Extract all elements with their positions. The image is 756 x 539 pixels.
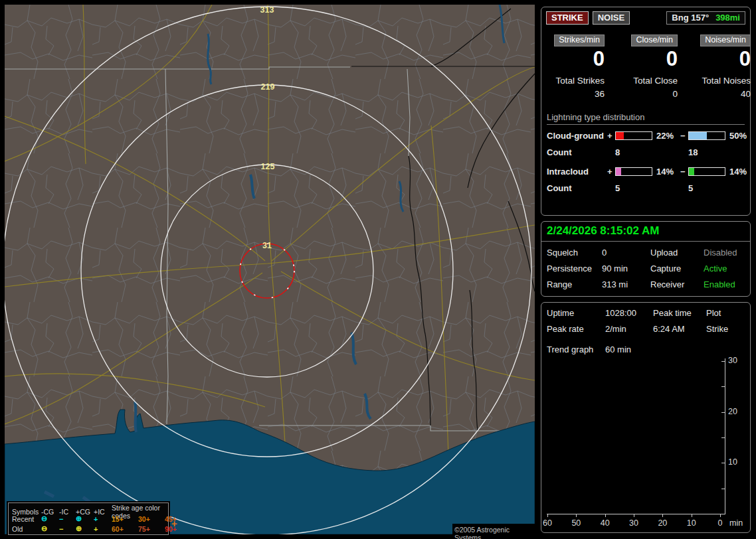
ic-minus-pct: 14% (727, 167, 750, 177)
trend-panel: Uptime 1028:00 Peak time Plot Peak rate … (541, 302, 751, 533)
legend-recent-row: Recent ⊖ − ⊕ + 15+ 30+ 45+ (12, 514, 168, 524)
bearing-distance: 398mi (715, 13, 740, 23)
trend-y-label: 30 (728, 356, 737, 365)
squelch-value: 0 (602, 248, 650, 258)
range-value: 313 mi (602, 279, 650, 289)
cg-plus-count: 8 (615, 147, 654, 157)
trend-y-label: 20 (728, 407, 737, 416)
total-close-label: Total Close (605, 76, 678, 86)
upload-value: Disabled (704, 248, 750, 258)
total-noises-label: Total Noises (678, 76, 751, 86)
cloud-ground-label: Cloud-ground (547, 131, 607, 141)
status-panel: 2/24/2026 8:15:02 AM Squelch 0 Upload Di… (541, 221, 751, 297)
trend-x-label: 40 (595, 518, 615, 528)
bearing-display: Bng 157° 398mi (666, 11, 745, 25)
old-pic-icon: + (94, 525, 112, 533)
recent-ncg-icon: ⊖ (41, 514, 59, 523)
old-nic-icon: − (59, 525, 76, 533)
status-row: Range 313 mi Receiver Enabled (541, 279, 750, 289)
total-strikes-value: 36 (545, 89, 605, 99)
old-ncg-icon: ⊖ (41, 524, 59, 533)
legend-header-row: Symbols -CG -IC +CG +IC Strike age color… (12, 504, 168, 514)
upload-label: Upload (650, 248, 704, 258)
status-row: Squelch 0 Upload Disabled (541, 248, 750, 258)
ic-minus-bar (688, 167, 725, 176)
ic-plus-count: 5 (615, 183, 654, 193)
noise-button[interactable]: NOISE (593, 11, 630, 25)
age-60: 60+ (112, 525, 138, 533)
capture-value: Active (704, 264, 750, 273)
cg-count-label: Count (547, 147, 607, 157)
squelch-label: Squelch (547, 248, 602, 258)
close-per-min-chip: Close/min (631, 35, 678, 46)
distribution-header: Lightning type distribution (547, 112, 745, 125)
cg-minus-count: 18 (688, 147, 727, 157)
range-label: Range (547, 279, 602, 289)
trend-x-label: 50 (566, 518, 586, 528)
minus-sign: − (680, 167, 688, 177)
plus-sign: + (607, 167, 615, 177)
plus-sign: + (607, 131, 615, 141)
strikes-rate: 0 (545, 48, 605, 70)
legend-old-row: Old ⊖ − ⊕ + 60+ 75+ 90+ (12, 524, 168, 534)
age-45: 45+ (165, 515, 177, 523)
legend-recent-label: Recent (12, 515, 41, 523)
recent-nic-icon: − (59, 515, 76, 523)
ring-label-125: 125 (261, 162, 275, 171)
trend-graph: 3020106050403020100min (541, 303, 750, 532)
legend-old-label: Old (12, 525, 41, 533)
trend-y-label: 10 (728, 457, 737, 467)
cg-minus-bar (688, 131, 725, 140)
ic-count-label: Count (547, 183, 607, 193)
strikes-per-min-chip: Strikes/min (554, 35, 605, 46)
age-75: 75+ (138, 525, 165, 533)
trend-x-unit: min (729, 518, 743, 528)
recent-pcg-icon: ⊕ (76, 514, 94, 523)
ic-plus-bar (615, 167, 652, 176)
age-15: 15+ (112, 515, 138, 523)
lightning-map[interactable]: 313 219 125 31 + Symbols -CG -IC +CG +IC… (5, 5, 535, 534)
age-30: 30+ (138, 515, 165, 523)
trend-x-label: 60 (537, 518, 557, 528)
cloud-ground-count-row: Count 8 18 (541, 147, 750, 157)
cg-minus-pct: 50% (727, 131, 750, 141)
ic-minus-count: 5 (688, 183, 727, 193)
ring-label-313: 313 (260, 5, 274, 15)
total-close-value: 0 (605, 89, 678, 99)
app-window: { "map": { "colors": { "land": "#5b524c"… (0, 0, 756, 539)
old-pcg-icon: ⊕ (76, 524, 94, 533)
intracloud-count-row: Count 5 5 (541, 183, 750, 193)
capture-label: Capture (650, 264, 704, 273)
noises-rate: 0 (678, 48, 751, 70)
receiver-value: Enabled (704, 279, 750, 289)
total-strikes-label: Total Strikes (545, 76, 605, 86)
intracloud-label: Intracloud (547, 167, 607, 177)
map-legend: Symbols -CG -IC +CG +IC Strike age color… (8, 502, 169, 535)
trend-x-label: 30 (624, 518, 644, 528)
close-rate: 0 (605, 48, 678, 70)
trend-x-label: 10 (682, 518, 702, 528)
copyright: ©2005 Astrogenic Systems (452, 524, 535, 536)
trend-x-label: 0 (710, 518, 730, 528)
ring-label-31: 31 (262, 241, 272, 250)
cloud-ground-row: Cloud-ground + 22% − 50% (541, 131, 750, 141)
ic-plus-pct: 14% (654, 167, 680, 177)
age-90: 90+ (165, 525, 177, 533)
strike-button[interactable]: STRIKE (546, 11, 589, 25)
cg-plus-pct: 22% (654, 131, 680, 141)
intracloud-row: Intracloud + 14% − 14% (541, 167, 750, 177)
total-noises-value: 40 (678, 89, 751, 99)
noises-per-min-chip: Noises/min (700, 35, 751, 46)
persistence-value: 90 min (602, 264, 650, 273)
bearing-value: Bng 157° (672, 13, 709, 23)
trend-x-label: 20 (652, 518, 672, 528)
minus-sign: − (680, 131, 688, 141)
ring-label-219: 219 (261, 82, 275, 92)
persistence-label: Persistence (547, 264, 602, 273)
stats-panel: STRIKE NOISE Bng 157° 398mi Strikes/min … (541, 7, 751, 216)
recent-pic-icon: + (94, 515, 112, 523)
receiver-label: Receiver (650, 279, 704, 289)
datetime-display: 2/24/2026 8:15:02 AM (541, 222, 750, 242)
status-row: Persistence 90 min Capture Active (541, 264, 750, 273)
cg-plus-bar (615, 131, 652, 140)
